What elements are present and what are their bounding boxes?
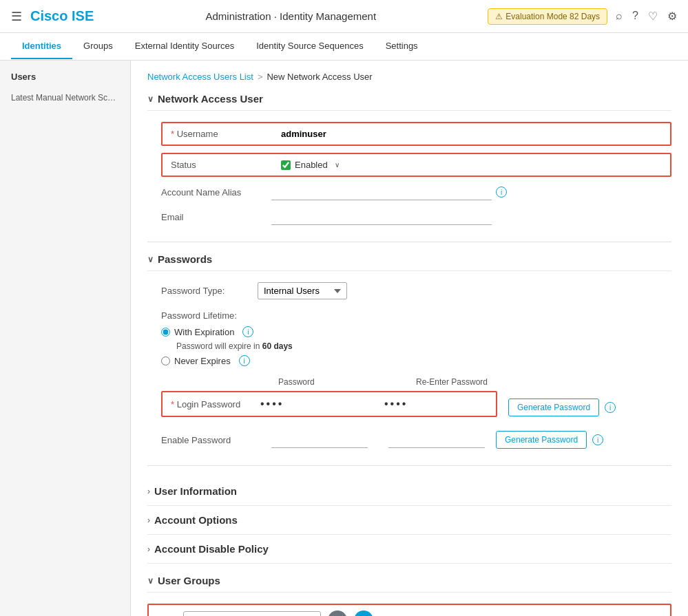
breadcrumb-current: New Network Access User <box>267 72 372 82</box>
login-password-info-icon[interactable]: i <box>605 402 616 413</box>
username-field-container: Username <box>161 122 671 146</box>
topbar-right: ⚠ Evaluation Mode 82 Days ⌕ ? ♡ ⚙ <box>488 8 677 25</box>
email-input[interactable] <box>271 209 492 225</box>
status-checkbox[interactable] <box>281 160 291 170</box>
enable-password-info-icon[interactable]: i <box>592 434 603 445</box>
with-expiration-radio[interactable] <box>161 328 170 337</box>
tab-identity-source-sequences[interactable]: Identity Source Sequences <box>245 34 374 59</box>
account-disable-policy-section[interactable]: › Account Disable Policy <box>147 535 671 564</box>
enable-password-row: Enable Password Generate Password i <box>161 431 671 449</box>
expiry-days: 60 days <box>262 341 293 351</box>
eval-badge: ⚠ Evaluation Mode 82 Days <box>488 8 607 25</box>
never-expires-label: Never Expires <box>174 356 231 366</box>
account-name-alias-info-icon[interactable]: i <box>496 187 507 198</box>
page-title: Administration · Identity Management <box>206 10 377 22</box>
section-title-passwords: Passwords <box>158 253 212 265</box>
tab-identities[interactable]: Identities <box>11 34 72 59</box>
breadcrumb: Network Access Users List > New Network … <box>147 72 671 82</box>
status-select[interactable]: Enabled ∨ <box>281 160 340 170</box>
collapse-passwords-icon[interactable]: ∨ <box>147 255 154 264</box>
status-dropdown-arrow[interactable]: ∨ <box>335 161 340 169</box>
status-label: Status <box>171 160 281 170</box>
section-header-network-access-user: ∨ Network Access User <box>147 93 671 111</box>
section-title-network-access-user: Network Access User <box>158 93 263 105</box>
enable-generate-password-button[interactable]: Generate Password <box>496 431 587 449</box>
expiry-note: Password will expire in 60 days <box>176 341 671 351</box>
main-content: Network Access Users List > New Network … <box>131 61 688 616</box>
email-label: Email <box>161 212 271 222</box>
sidebar: Users Latest Manual Network Scan Res... <box>0 61 131 616</box>
password-lifetime-group: Password Lifetime: With Expiration i Pas… <box>161 310 671 366</box>
status-field-container: Status Enabled ∨ <box>161 153 671 177</box>
tab-settings[interactable]: Settings <box>375 34 429 59</box>
layout: Users Latest Manual Network Scan Res... … <box>0 61 688 616</box>
password-type-label: Password Type: <box>161 286 258 296</box>
hamburger-icon[interactable]: ☰ <box>11 9 22 24</box>
topbar-icons: ⌕ ? ♡ ⚙ <box>616 10 677 23</box>
login-reenter-input[interactable] <box>384 398 488 410</box>
with-expiration-info-icon[interactable]: i <box>242 326 253 337</box>
never-expires-radio-item: Never Expires i <box>161 355 671 366</box>
passwords-form: Password Type: Internal Users External P… <box>147 282 671 449</box>
passwords-section: ∨ Passwords Password Type: Internal User… <box>147 253 671 449</box>
sidebar-item-users[interactable]: Users <box>0 66 130 87</box>
status-value: Enabled <box>295 160 328 170</box>
account-options-title: Account Options <box>154 514 238 526</box>
login-password-input[interactable] <box>260 398 364 410</box>
account-name-alias-input[interactable] <box>271 184 492 200</box>
nav-tabs: Identities Groups External Identity Sour… <box>0 33 688 61</box>
expand-account-disable-icon: › <box>147 544 150 554</box>
password-type-row: Password Type: Internal Users External <box>161 282 671 299</box>
breadcrumb-link[interactable]: Network Access Users List <box>147 72 253 82</box>
account-options-section[interactable]: › Account Options <box>147 506 671 535</box>
group-select[interactable]: admin-group Employee Guest <box>183 611 321 617</box>
never-expires-radio[interactable] <box>161 357 170 365</box>
breadcrumb-separator: > <box>258 72 263 82</box>
enable-password-label: Enable Password <box>161 435 271 445</box>
network-access-user-form: Username Status Enabled ∨ Account Name A… <box>147 122 671 225</box>
gear-icon[interactable]: ⚙ <box>667 10 677 23</box>
enable-reenter-input[interactable] <box>388 432 485 448</box>
sidebar-item-latest-scan[interactable]: Latest Manual Network Scan Res... <box>0 87 130 108</box>
search-icon[interactable]: ⌕ <box>616 10 623 23</box>
topbar-left: ☰ Cisco ISE <box>11 8 94 24</box>
never-expires-info-icon[interactable]: i <box>239 355 250 366</box>
collapse-network-access-icon[interactable]: ∨ <box>147 94 154 104</box>
password-lifetime-label: Password Lifetime: <box>161 310 671 321</box>
password-type-select[interactable]: Internal Users External <box>258 282 347 299</box>
user-information-section[interactable]: › User Information <box>147 477 671 506</box>
account-disable-policy-title: Account Disable Policy <box>154 543 269 555</box>
tab-groups[interactable]: Groups <box>72 34 124 59</box>
chat-icon[interactable]: ♡ <box>648 10 658 23</box>
login-password-row: Login Password Generate Password i <box>161 391 671 424</box>
expand-account-options-icon: › <box>147 516 150 525</box>
help-icon[interactable]: ? <box>632 10 638 23</box>
user-information-title: User Information <box>154 485 237 497</box>
email-row: Email <box>161 209 671 225</box>
collapse-user-groups-icon[interactable]: ∨ <box>147 576 154 586</box>
network-access-user-section: ∨ Network Access User Username Status En… <box>147 93 671 225</box>
account-name-alias-row: Account Name Alias i <box>161 184 671 200</box>
warning-icon: ⚠ <box>495 12 503 21</box>
reenter-col-header: Re-Enter Password <box>416 377 540 387</box>
expand-user-info-icon: › <box>147 487 150 496</box>
login-generate-password-button[interactable]: Generate Password <box>508 399 599 416</box>
password-col-header: Password <box>278 377 402 387</box>
section-header-passwords: ∨ Passwords <box>147 253 671 271</box>
enable-password-input[interactable] <box>271 432 368 448</box>
cisco-ise-logo: Cisco ISE <box>30 8 94 24</box>
user-groups-title: User Groups <box>158 575 220 586</box>
delete-group-button[interactable]: 🗑 <box>328 610 347 616</box>
username-label: Username <box>171 129 281 139</box>
with-expiration-label: With Expiration <box>174 327 234 337</box>
user-groups-section: ∨ User Groups ⋮⋮ admin-group Employee Gu… <box>147 575 671 616</box>
group-row-highlighted: ⋮⋮ admin-group Employee Guest 🗑 + <box>147 604 671 616</box>
with-expiration-radio-item: With Expiration i <box>161 326 671 337</box>
password-column-headers: Password Re-Enter Password <box>161 377 671 387</box>
tab-external-identity-sources[interactable]: External Identity Sources <box>124 34 246 59</box>
add-group-button[interactable]: + <box>354 610 373 616</box>
user-groups-header: ∨ User Groups <box>147 575 671 593</box>
login-password-label: Login Password <box>171 399 260 410</box>
account-name-alias-label: Account Name Alias <box>161 187 271 198</box>
username-input[interactable] <box>281 129 488 139</box>
